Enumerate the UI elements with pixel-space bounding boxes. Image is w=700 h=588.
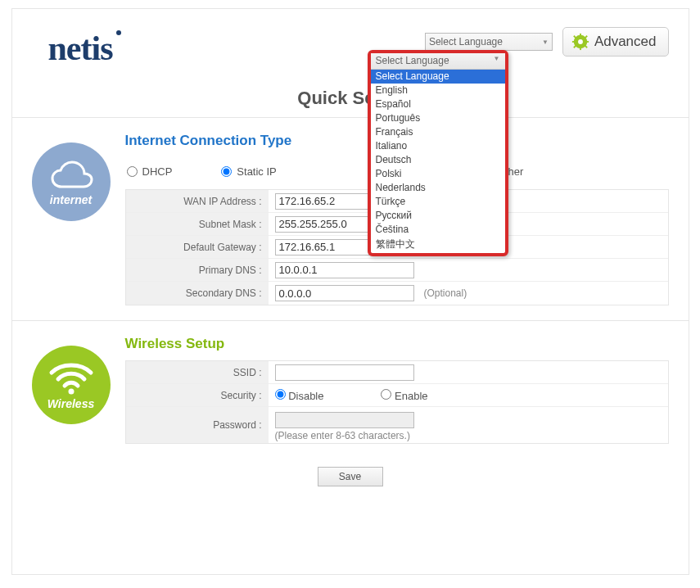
radio-static-label: Static IP <box>237 165 276 178</box>
language-option[interactable]: Türkçe <box>371 195 505 209</box>
internet-section: internet Internet Connection Type DHCP S… <box>12 117 689 320</box>
radio-security-disable-label: Disable <box>288 390 323 402</box>
save-button[interactable]: Save <box>318 467 383 486</box>
language-option[interactable]: 繁體中文 <box>371 237 505 253</box>
password-hint: (Please enter 8-63 characters.) <box>275 430 410 441</box>
wireless-section-title: Wireless Setup <box>125 336 669 352</box>
language-dropdown[interactable]: Select Language Select LanguageEnglishEs… <box>368 50 508 256</box>
internet-badge-label: internet <box>50 193 92 206</box>
language-select-value: Select Language <box>429 36 503 47</box>
wireless-section: Wireless Wireless Setup SSID : Security … <box>12 320 689 459</box>
svg-rect-5 <box>585 41 589 43</box>
language-option[interactable]: Português <box>371 111 505 125</box>
subnet-label: Subnet Mask : <box>126 213 269 235</box>
ssid-label: SSID : <box>126 361 269 383</box>
advanced-button-label: Advanced <box>594 34 657 50</box>
radio-static[interactable]: Static IP <box>221 165 276 178</box>
radio-security-enable[interactable]: Enable <box>381 389 427 402</box>
page-title: Quick Setup <box>12 88 689 109</box>
svg-rect-2 <box>580 34 581 37</box>
pdns-input[interactable] <box>275 262 414 278</box>
gateway-label: Default Gateway : <box>126 236 269 258</box>
password-label: Password : <box>126 407 269 443</box>
language-option[interactable]: Deutsch <box>371 153 505 167</box>
language-option[interactable]: Italiano <box>371 139 505 153</box>
radio-dhcp-label: DHCP <box>142 165 173 178</box>
language-select[interactable]: Select Language <box>425 33 553 51</box>
wireless-badge: Wireless <box>32 346 111 424</box>
svg-rect-3 <box>580 47 581 50</box>
radio-security-enable-label: Enable <box>395 390 427 402</box>
radio-security-disable[interactable]: Disable <box>275 389 324 402</box>
language-option[interactable]: Polski <box>371 167 505 181</box>
pdns-label: Primary DNS : <box>126 259 269 281</box>
language-option[interactable]: Nederlands <box>371 181 505 195</box>
wan-ip-label: WAN IP Address : <box>126 190 269 212</box>
language-option[interactable]: Español <box>371 97 505 111</box>
sdns-label: Secondary DNS : <box>126 282 269 305</box>
svg-point-1 <box>578 39 583 44</box>
wireless-badge-label: Wireless <box>47 397 94 410</box>
language-option[interactable]: Čeština <box>371 223 505 237</box>
language-option[interactable]: Français <box>371 125 505 139</box>
advanced-button[interactable]: Advanced <box>562 27 669 57</box>
logo: netis <box>48 29 113 68</box>
internet-badge: internet <box>32 142 111 221</box>
gear-icon <box>571 33 589 51</box>
language-dropdown-head[interactable]: Select Language <box>371 53 505 70</box>
svg-rect-4 <box>572 41 576 43</box>
language-option[interactable]: Select Language <box>371 70 505 84</box>
radio-dhcp[interactable]: DHCP <box>127 165 173 178</box>
sdns-input[interactable] <box>275 285 414 301</box>
security-label: Security : <box>126 384 269 406</box>
svg-point-10 <box>68 389 74 395</box>
sdns-optional-hint: (Optional) <box>424 287 467 299</box>
language-option[interactable]: Русский <box>371 209 505 223</box>
password-input <box>275 412 414 428</box>
language-option[interactable]: English <box>371 84 505 97</box>
ssid-input[interactable] <box>275 364 414 381</box>
